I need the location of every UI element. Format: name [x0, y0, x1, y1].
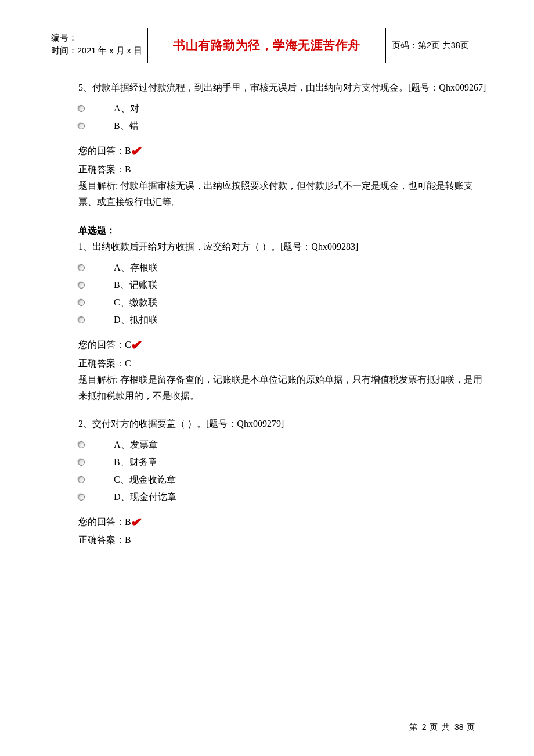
correct-answer-value: B [125, 164, 131, 174]
q1-option-c-label: C、缴款联 [114, 298, 157, 307]
radio-icon [78, 316, 85, 323]
q2-option-b-label: B、财务章 [114, 458, 157, 467]
correct-answer-label: 正确答案： [78, 535, 125, 545]
your-answer-label: 您的回答： [78, 340, 125, 350]
footer-suffix: 页 [464, 723, 477, 732]
q2-option-c-label: C、现金收讫章 [114, 475, 176, 484]
time-label: 时间： [51, 46, 77, 55]
single-choice-heading: 单选题： [78, 223, 488, 238]
q1-option-d-label: D、抵扣联 [114, 315, 158, 325]
q5-explanation: 题目解析: 付款单据审核无误，出纳应按照要求付款，但付款形式不一定是现金，也可能… [78, 178, 488, 210]
page-label-mid: 页 共 [431, 39, 451, 52]
radio-icon [78, 459, 85, 466]
explain-text: 付款单据审核无误，出纳应按照要求付款，但付款形式不一定是现金，也可能是转账支票、… [78, 181, 473, 207]
page-footer: 第 2 页 共 38 页 [409, 721, 476, 734]
q5-option-b-label: B、错 [114, 121, 139, 131]
radio-icon [78, 105, 85, 112]
explain-label: 题目解析: [78, 375, 120, 384]
serial-label: 编号： [51, 33, 77, 42]
radio-icon [78, 123, 85, 129]
time-value: 2021 年 x 月 x 日 [77, 46, 142, 55]
header-page-box: 页码：第 2 页 共 38 页 [386, 28, 488, 63]
radio-icon [78, 476, 85, 483]
q5-correct-answer: 正确答案：B [78, 161, 488, 178]
q5-text: 5、付款单据经过付款流程，到出纳手里，审核无误后，由出纳向对方支付现金。[题号：… [78, 80, 488, 96]
check-icon: ✔ [130, 141, 142, 163]
q2-option-d[interactable]: D、现金付讫章 [78, 492, 488, 502]
your-answer-label: 您的回答： [78, 517, 125, 527]
check-icon: ✔ [130, 334, 142, 357]
q1-option-a-label: A、存根联 [114, 263, 158, 272]
radio-icon [78, 264, 85, 271]
radio-icon [78, 282, 85, 289]
q2-text: 2、交付对方的收据要盖（ ）。[题号：Qhx009279] [78, 416, 488, 432]
q1-option-d[interactable]: D、抵扣联 [78, 315, 488, 325]
q5-option-a-label: A、对 [114, 104, 139, 113]
correct-answer-label: 正确答案： [78, 358, 125, 368]
q1-option-b[interactable]: B、记账联 [78, 280, 488, 290]
q1-option-a[interactable]: A、存根联 [78, 263, 488, 272]
correct-answer-value: C [125, 358, 131, 368]
time-line: 时间：2021 年 x 月 x 日 [51, 45, 145, 57]
page-total: 38 [451, 39, 460, 52]
header-motto: 书山有路勤为径，学海无涯苦作舟 [148, 28, 386, 63]
explain-label: 题目解析: [78, 181, 120, 190]
explain-text: 存根联是留存备查的，记账联是本单位记账的原始单据，只有增值税发票有抵扣联，是用来… [78, 375, 482, 401]
q5-your-answer: 您的回答：B✔ [78, 139, 488, 161]
footer-total: 38 [454, 722, 464, 732]
header-meta-box: 编号： 时间：2021 年 x 月 x 日 [46, 28, 148, 63]
q1-text: 1、出纳收款后开给对方收据，应交给对方（ ）。[题号：Qhx009283] [78, 239, 488, 255]
q5-option-a[interactable]: A、对 [78, 104, 488, 113]
q2-your-answer: 您的回答：B✔ [78, 510, 488, 532]
radio-icon [78, 441, 85, 448]
q5-option-b[interactable]: B、错 [78, 121, 488, 131]
page-content: 5、付款单据经过付款流程，到出纳手里，审核无误后，由出纳向对方支付现金。[题号：… [78, 80, 488, 548]
q2-option-a-label: A、发票章 [114, 440, 158, 449]
q2-option-c[interactable]: C、现金收讫章 [78, 475, 488, 484]
q2-option-a[interactable]: A、发票章 [78, 440, 488, 449]
page-label-prefix: 页码：第 [392, 39, 427, 52]
page-header: 编号： 时间：2021 年 x 月 x 日 书山有路勤为径，学海无涯苦作舟 页码… [46, 28, 488, 63]
your-answer-label: 您的回答： [78, 146, 125, 156]
q2-correct-answer: 正确答案：B [78, 532, 488, 548]
q1-option-b-label: B、记账联 [114, 280, 157, 290]
q2-option-b[interactable]: B、财务章 [78, 458, 488, 467]
radio-icon [78, 494, 85, 501]
q1-option-c[interactable]: C、缴款联 [78, 298, 488, 307]
page-label-suffix: 页 [460, 39, 469, 52]
q1-correct-answer: 正确答案：C [78, 355, 488, 372]
footer-prefix: 第 [409, 723, 422, 732]
q2-option-d-label: D、现金付讫章 [114, 492, 176, 502]
page-current: 2 [427, 39, 431, 52]
radio-icon [78, 299, 85, 306]
footer-mid: 页 共 [426, 723, 454, 732]
q1-explanation: 题目解析: 存根联是留存备查的，记账联是本单位记账的原始单据，只有增值税发票有抵… [78, 372, 488, 404]
q1-your-answer: 您的回答：C✔ [78, 333, 488, 355]
correct-answer-label: 正确答案： [78, 164, 125, 174]
check-icon: ✔ [130, 512, 142, 534]
correct-answer-value: B [125, 535, 131, 545]
serial-line: 编号： [51, 32, 145, 45]
